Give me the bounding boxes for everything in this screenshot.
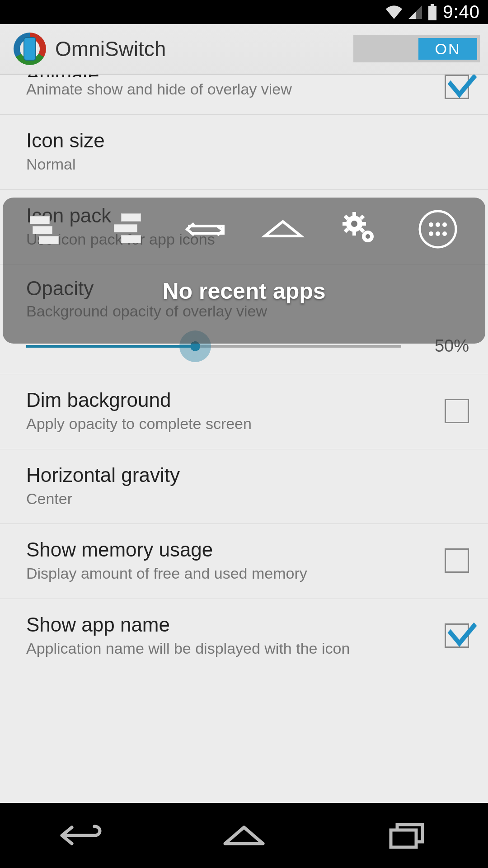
app-drawer-icon[interactable] bbox=[413, 211, 463, 247]
setting-animate[interactable]: Animate Animate show and hide of overlay… bbox=[0, 75, 488, 115]
checkbox-dim-bg[interactable] bbox=[445, 399, 469, 423]
close-all-left-icon[interactable] bbox=[25, 211, 75, 247]
checkbox-show-name[interactable] bbox=[445, 623, 469, 648]
svg-rect-6 bbox=[343, 222, 347, 226]
master-toggle[interactable]: ON bbox=[353, 35, 480, 62]
setting-title: Show app name bbox=[26, 613, 431, 636]
nav-home-button[interactable] bbox=[199, 817, 289, 854]
svg-rect-5 bbox=[352, 231, 356, 236]
navigation-bar bbox=[0, 803, 488, 868]
setting-title: Animate bbox=[26, 75, 431, 77]
svg-point-14 bbox=[420, 211, 456, 247]
status-time: 9:40 bbox=[443, 2, 480, 22]
svg-point-3 bbox=[351, 221, 357, 227]
overlay-message: No recent apps bbox=[3, 252, 485, 344]
checkbox-animate[interactable] bbox=[445, 75, 469, 99]
setting-subtitle: Normal bbox=[26, 155, 455, 174]
app-title: OmniSwitch bbox=[55, 37, 353, 61]
setting-subtitle: Application name will be displayed with … bbox=[26, 639, 431, 658]
toggle-on-label: ON bbox=[418, 38, 477, 60]
status-bar: 9:40 bbox=[0, 0, 488, 24]
svg-rect-22 bbox=[391, 830, 416, 847]
wifi-icon bbox=[385, 5, 403, 20]
overlay-toolbar bbox=[3, 198, 485, 252]
action-bar: OmniSwitch ON bbox=[0, 24, 488, 75]
svg-rect-7 bbox=[361, 222, 366, 226]
app-icon bbox=[14, 33, 46, 65]
svg-rect-1 bbox=[428, 6, 436, 20]
cell-signal-icon bbox=[408, 5, 423, 20]
omniswitch-overlay[interactable]: No recent apps bbox=[3, 198, 485, 344]
nav-back-button[interactable] bbox=[36, 817, 127, 854]
setting-subtitle: Center bbox=[26, 489, 455, 509]
svg-rect-0 bbox=[431, 4, 434, 6]
settings-list[interactable]: Animate Animate show and hide of overlay… bbox=[0, 75, 488, 803]
nav-recents-button[interactable] bbox=[361, 817, 452, 854]
setting-icon-size[interactable]: Icon size Normal bbox=[0, 115, 488, 190]
svg-point-15 bbox=[429, 222, 433, 227]
svg-point-16 bbox=[436, 222, 440, 227]
home-icon[interactable] bbox=[258, 211, 308, 247]
svg-point-19 bbox=[436, 231, 440, 236]
setting-dim-background[interactable]: Dim background Apply opacity to complete… bbox=[0, 374, 488, 449]
setting-subtitle: Apply opacity to complete screen bbox=[26, 414, 431, 434]
svg-point-20 bbox=[442, 231, 447, 236]
svg-point-18 bbox=[429, 231, 433, 236]
setting-title: Horizontal gravity bbox=[26, 464, 455, 486]
svg-point-13 bbox=[366, 234, 370, 239]
setting-subtitle: Display amount of free and used memory bbox=[26, 564, 431, 583]
svg-point-17 bbox=[442, 222, 447, 227]
settings-gears-icon[interactable] bbox=[335, 211, 385, 247]
setting-title: Icon size bbox=[26, 129, 455, 152]
checkbox-show-mem[interactable] bbox=[445, 548, 469, 573]
last-app-icon[interactable] bbox=[180, 211, 230, 247]
battery-icon bbox=[427, 4, 437, 20]
setting-title: Show memory usage bbox=[26, 538, 431, 561]
svg-rect-4 bbox=[352, 212, 356, 217]
close-all-right-icon[interactable] bbox=[103, 211, 153, 247]
setting-horizontal-gravity[interactable]: Horizontal gravity Center bbox=[0, 449, 488, 524]
setting-show-memory[interactable]: Show memory usage Display amount of free… bbox=[0, 524, 488, 599]
screen: 9:40 OmniSwitch ON Animate Animate show … bbox=[0, 0, 488, 868]
opacity-slider[interactable] bbox=[26, 345, 401, 348]
setting-subtitle: Animate show and hide of overlay view bbox=[26, 80, 431, 99]
setting-title: Dim background bbox=[26, 389, 431, 411]
setting-show-app-name[interactable]: Show app name Application name will be d… bbox=[0, 599, 488, 674]
